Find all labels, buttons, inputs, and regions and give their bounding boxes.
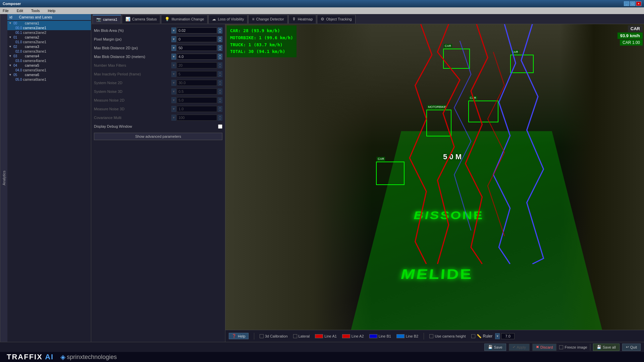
checkbox-ruler[interactable] [471, 334, 475, 338]
param-up-max-blob-3d[interactable]: ▲ [218, 54, 222, 57]
checkbox-freeze-image[interactable] [559, 345, 563, 349]
param-dropdown-min-blob-area[interactable]: ▼ [171, 27, 176, 34]
tree-group-camera4[interactable]: ▼ 03 camera4 03.0 camera4lane1 [7, 54, 91, 63]
ruler-value-input[interactable] [501, 333, 515, 339]
param-dropdown-covariance[interactable]: ▼ [171, 115, 176, 121]
param-down-inactivity[interactable]: ▼ [218, 74, 222, 77]
tree-group-camera6[interactable]: ▼ 05 camera6 05.0 camera6lane1 [7, 72, 91, 82]
param-label-pixel-margin: Pixel Margin (px) [94, 37, 171, 41]
param-up-noise-2d[interactable]: ▲ [218, 80, 222, 83]
param-down-max-blob-2d[interactable]: ▼ [218, 48, 222, 51]
tree-group-camera2[interactable]: ▼ 01 camera2 01.0 camera2lane1 [7, 35, 91, 44]
tab-bar: 📷 camera1 📊 Camera Status 💡 Illumination… [91, 14, 644, 24]
quit-button[interactable]: ↩ Quit [622, 344, 641, 351]
checkbox-camera-height[interactable] [429, 334, 433, 338]
param-dropdown-inactivity[interactable]: ▼ [171, 71, 176, 77]
param-input-pixel-margin[interactable] [177, 36, 217, 42]
param-input-measure-3d[interactable] [177, 106, 217, 112]
param-dropdown-measure-3d[interactable]: ▼ [171, 106, 176, 112]
param-down-max-blob-3d[interactable]: ▼ [218, 57, 222, 60]
param-dropdown-pixel-margin[interactable]: ▼ [171, 36, 176, 42]
help-button[interactable]: ❓ Help [229, 333, 249, 339]
tree-item-camera4lane1[interactable]: 03.0 camera4lane1 [7, 58, 91, 63]
quit-icon: ↩ [626, 345, 629, 349]
param-down-min-blob-area[interactable]: ▼ [218, 31, 222, 34]
discard-button[interactable]: ✖ Discard [532, 344, 556, 351]
param-up-max-blob-2d[interactable]: ▲ [218, 45, 222, 48]
param-row-min-blob-area: Min Blob Area (%) ▼ ▲ ▼ [94, 27, 222, 34]
param-up-covariance[interactable]: ▲ [218, 115, 222, 118]
close-button[interactable]: × [636, 1, 641, 6]
param-up-min-blob-area[interactable]: ▲ [218, 27, 222, 31]
param-input-noise-2d[interactable] [177, 80, 217, 86]
minimize-button[interactable]: _ [624, 1, 629, 6]
tab-camera-status[interactable]: 📊 Camera Status [122, 15, 160, 23]
param-checkbox-debug-window[interactable] [218, 124, 222, 129]
param-dropdown-max-blob-3d[interactable]: ▼ [171, 54, 176, 60]
param-input-min-blob-area[interactable] [177, 27, 217, 34]
save-button[interactable]: 💾 Save [484, 344, 506, 351]
show-advanced-button[interactable]: Show advanced parameters [94, 133, 222, 140]
menu-help[interactable]: Help [46, 8, 57, 13]
tab-illumination[interactable]: 💡 Illumination Change [161, 15, 208, 23]
param-up-measure-3d[interactable]: ▲ [218, 106, 222, 109]
param-up-num-filters[interactable]: ▲ [218, 62, 222, 65]
param-up-inactivity[interactable]: ▲ [218, 71, 222, 74]
param-up-pixel-margin[interactable]: ▲ [218, 36, 222, 39]
param-down-pixel-margin[interactable]: ▼ [218, 39, 222, 42]
tab-camera1[interactable]: 📷 camera1 [93, 15, 121, 23]
ruler-dropdown[interactable]: ▼ [495, 333, 500, 339]
param-input-max-blob-3d[interactable] [177, 54, 217, 60]
save-all-button[interactable]: 💾 Save all [593, 344, 620, 351]
param-up-measure-2d[interactable]: ▲ [218, 97, 222, 100]
param-input-noise-3d[interactable] [177, 88, 217, 95]
param-dropdown-max-blob-2d[interactable]: ▼ [171, 45, 176, 51]
tree-item-camera6lane1[interactable]: 05.0 camera6lane1 [7, 77, 91, 82]
param-input-max-blob-2d[interactable] [177, 45, 217, 51]
tree-group-camera3[interactable]: ▼ 02 camera3 02.0 camera3lane1 [7, 44, 91, 54]
tree-group-header-camera5[interactable]: ▼ 04 camera5 [7, 63, 91, 68]
heatmap-icon: 🎙 [292, 17, 296, 21]
menu-edit[interactable]: Edit [15, 8, 24, 13]
tab-loss-visibility[interactable]: ☁ Loss of Visibility [208, 15, 248, 23]
param-down-noise-2d[interactable]: ▼ [218, 83, 222, 86]
tab-change-detector[interactable]: ≡ Change Detector [248, 15, 287, 23]
param-input-inactivity[interactable] [177, 71, 217, 77]
param-label-num-filters: Number Max Filters [94, 63, 171, 67]
tree-item-camera1lane2[interactable]: 00.1 camera1lane2 [7, 30, 91, 35]
param-dropdown-noise-3d[interactable]: ▼ [171, 88, 176, 95]
apply-button[interactable]: ✔ Apply [509, 344, 530, 351]
tab-heatmap[interactable]: 🎙 Heatmap [288, 15, 317, 23]
tree-item-camera3lane1[interactable]: 02.0 camera3lane1 [7, 49, 91, 54]
tree-group-header-camera6[interactable]: ▼ 05 camera6 [7, 72, 91, 77]
param-down-measure-2d[interactable]: ▼ [218, 100, 222, 103]
param-dropdown-measure-2d[interactable]: ▼ [171, 97, 176, 103]
param-down-num-filters[interactable]: ▼ [218, 65, 222, 68]
param-dropdown-noise-2d[interactable]: ▼ [171, 80, 176, 86]
tab-object-tracking[interactable]: ⚙ Object Tracking [317, 15, 355, 23]
tree-group-header-camera1[interactable]: ▼ 00 camera1 [7, 21, 91, 25]
checkbox-lateral[interactable] [293, 334, 297, 338]
param-input-num-filters[interactable] [177, 62, 217, 68]
tree-group-header-camera3[interactable]: ▼ 02 camera3 [7, 44, 91, 49]
checkbox-3d-calibration[interactable] [260, 334, 264, 338]
param-input-measure-2d[interactable] [177, 97, 217, 103]
tree-group-header-camera2[interactable]: ▼ 01 camera2 [7, 35, 91, 40]
menu-file[interactable]: File [1, 8, 10, 13]
menu-tools[interactable]: Tools [30, 8, 41, 13]
maximize-button[interactable]: □ [630, 1, 635, 6]
tab-tracking-label: Object Tracking [326, 17, 352, 21]
tree-item-camera2lane1[interactable]: 01.0 camera2lane1 [7, 40, 91, 44]
tree-item-camera5lane1[interactable]: 04.0 camera5lane1 [7, 68, 91, 72]
param-dropdown-num-filters[interactable]: ▼ [171, 62, 176, 68]
param-down-noise-3d[interactable]: ▼ [218, 92, 222, 95]
param-up-noise-3d[interactable]: ▲ [218, 88, 222, 92]
param-input-covariance[interactable] [177, 115, 217, 121]
param-down-measure-3d[interactable]: ▼ [218, 109, 222, 112]
tree-group-camera5[interactable]: ▼ 04 camera5 04.0 camera5lane1 [7, 63, 91, 72]
title-bar: Composer _ □ × [0, 0, 644, 7]
tree-group-camera1[interactable]: ▼ 00 camera1 00.0 camera1lane1 00.1 came… [7, 21, 91, 35]
tree-item-camera1lane1[interactable]: 00.0 camera1lane1 [7, 25, 91, 30]
param-down-covariance[interactable]: ▼ [218, 118, 222, 121]
tree-group-header-camera4[interactable]: ▼ 03 camera4 [7, 54, 91, 58]
